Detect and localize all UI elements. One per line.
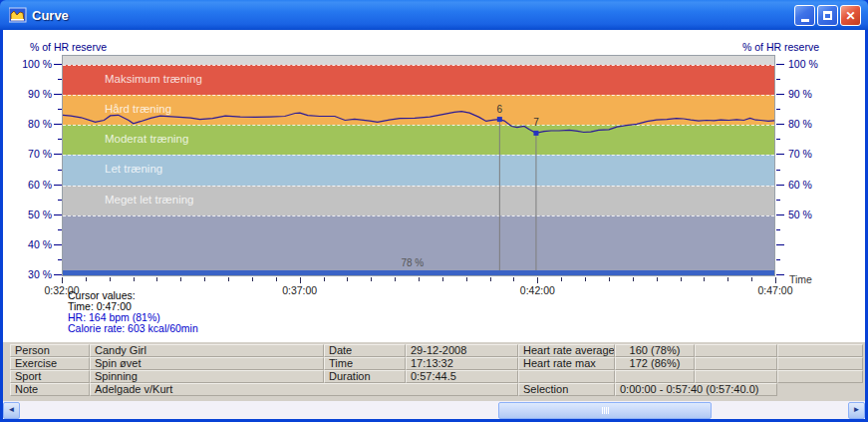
x-tick-label: 0:47:00 bbox=[757, 284, 792, 296]
thumb-grip bbox=[606, 407, 607, 414]
left-axis-title: % of HR reserve bbox=[30, 41, 107, 53]
close-icon: ✕ bbox=[845, 10, 855, 22]
lap-marker-label: 7 bbox=[533, 117, 539, 128]
empty-cell bbox=[518, 370, 615, 383]
empty-cell bbox=[695, 357, 777, 370]
date-label: Date bbox=[324, 344, 406, 357]
minimize-icon bbox=[801, 19, 809, 22]
sport-value: Spinning bbox=[90, 370, 324, 383]
y-tick-label: 50 % bbox=[14, 209, 52, 220]
y-tick-label: 30 % bbox=[14, 268, 52, 280]
maximize-icon bbox=[823, 11, 832, 20]
cursor-calorie-rate: Calorie rate: 603 kcal/60min bbox=[68, 323, 198, 334]
note-label: Note bbox=[10, 383, 90, 396]
x-tick-label: 0:42:00 bbox=[520, 284, 555, 296]
table-row: Person Candy Girl Date 29-12-2008 Heart … bbox=[10, 344, 863, 357]
hr-max-label: Heart rate max bbox=[518, 357, 615, 370]
person-value: Candy Girl bbox=[90, 344, 324, 357]
scrollbar-thumb[interactable] bbox=[498, 402, 712, 419]
close-button[interactable]: ✕ bbox=[840, 5, 861, 26]
exercise-label: Exercise bbox=[10, 357, 90, 370]
hr-average-value: 160 (78%) bbox=[615, 344, 695, 357]
scroll-right-icon: ► bbox=[853, 406, 861, 414]
y-tick-label: 90 % bbox=[14, 88, 52, 100]
chart-panel: % of HR reserve % of HR reserve Maksimum… bbox=[3, 30, 865, 419]
y-tick-label: 90 % bbox=[788, 88, 826, 100]
table-row: Exercise Spin øvet Time 17:13:32 Heart r… bbox=[10, 357, 863, 370]
duration-value: 0:57:44.5 bbox=[406, 370, 518, 383]
time-value: 17:13:32 bbox=[406, 357, 518, 370]
y-tick-label: 60 % bbox=[788, 179, 826, 191]
hr-average-label: Heart rate average bbox=[518, 344, 615, 357]
scroll-left-button[interactable]: ◄ bbox=[3, 402, 20, 419]
table-row: Note Adelgade v/Kurt Selection 0:00:00 -… bbox=[10, 383, 863, 396]
y-tick-label: 50 % bbox=[788, 209, 826, 220]
right-axis-title: % of HR reserve bbox=[742, 41, 819, 53]
time-axis-title: Time bbox=[789, 273, 812, 285]
thumb-grip bbox=[608, 407, 609, 414]
minimize-button[interactable] bbox=[794, 5, 815, 26]
y-tick-label: 100 % bbox=[14, 58, 52, 70]
empty-cell bbox=[777, 370, 863, 383]
thumb-grip bbox=[604, 407, 605, 414]
lap-marker-label: 6 bbox=[497, 104, 503, 115]
x-tick-label: 0:37:00 bbox=[282, 284, 317, 296]
empty-cell bbox=[695, 344, 777, 357]
person-label: Person bbox=[10, 344, 90, 357]
y-tick-label: 70 % bbox=[14, 148, 52, 160]
area-chart-icon bbox=[9, 7, 27, 23]
hr-curve bbox=[63, 56, 775, 276]
table-row: Sport Spinning Duration 0:57:44.5 bbox=[10, 370, 863, 383]
empty-cell bbox=[615, 370, 695, 383]
scroll-left-icon: ◄ bbox=[8, 406, 16, 414]
duration-label: Duration bbox=[324, 370, 406, 383]
y-tick-label: 70 % bbox=[788, 148, 826, 160]
y-tick-label: 100 % bbox=[788, 58, 826, 70]
plot-area[interactable]: Maksimum træningHård træningModerat træn… bbox=[62, 55, 775, 276]
maximize-button[interactable] bbox=[817, 5, 838, 26]
thumb-grip bbox=[602, 407, 603, 414]
note-value: Adelgade v/Kurt bbox=[90, 383, 518, 396]
time-label: Time bbox=[324, 357, 406, 370]
selection-label: Selection bbox=[518, 383, 615, 396]
empty-cell bbox=[777, 357, 863, 370]
cursor-values-panel: Cursor values: Time: 0:47:00 HR: 164 bpm… bbox=[68, 290, 198, 334]
selection-value: 0:00:00 - 0:57:40 (0:57:40.0) bbox=[615, 383, 777, 396]
date-value: 29-12-2008 bbox=[406, 344, 518, 357]
hr-max-value: 172 (86%) bbox=[615, 357, 695, 370]
empty-cell bbox=[695, 370, 777, 383]
empty-cell bbox=[777, 344, 863, 357]
chart-annotation: 78 % bbox=[401, 257, 424, 268]
horizontal-scrollbar[interactable]: ◄ ► bbox=[3, 401, 865, 419]
scrollbar-track[interactable] bbox=[20, 402, 848, 419]
title-bar[interactable]: Curve ✕ bbox=[0, 0, 868, 30]
y-tick-label: 60 % bbox=[14, 179, 52, 191]
sport-label: Sport bbox=[10, 370, 90, 383]
curve-window: Curve ✕ % of HR reserve % of HR reserve … bbox=[0, 0, 868, 422]
window-title: Curve bbox=[32, 8, 69, 23]
y-tick-label: 80 % bbox=[14, 118, 52, 130]
exercise-value: Spin øvet bbox=[90, 357, 324, 370]
summary-table: Person Candy Girl Date 29-12-2008 Heart … bbox=[3, 342, 865, 401]
scroll-right-button[interactable]: ► bbox=[848, 402, 865, 419]
y-tick-label: 80 % bbox=[788, 118, 826, 130]
y-tick-label: 40 % bbox=[14, 238, 52, 250]
